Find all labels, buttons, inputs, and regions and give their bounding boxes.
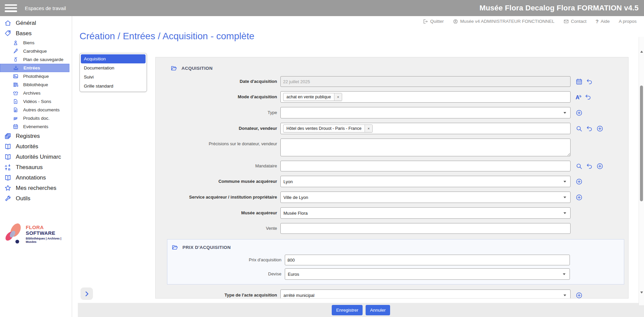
sidebar-item-evenements[interactable]: Evènements	[0, 122, 69, 131]
question-icon: ?	[596, 18, 599, 24]
calendar-picker-icon[interactable]	[576, 78, 583, 85]
workspace-label[interactable]: Espaces de travail	[25, 5, 66, 11]
quit-link[interactable]: Quitter	[423, 19, 444, 24]
current-user-link[interactable]: Musée v4 ADMINISTRATEUR FONCTIONNEL	[453, 19, 554, 24]
undo-icon[interactable]	[586, 78, 593, 85]
add-circle-icon[interactable]	[576, 109, 583, 116]
authority-index-icon[interactable]: Ab	[576, 94, 581, 100]
section-title: PRIX D'ACQUISITION	[182, 245, 231, 250]
help-link[interactable]: ? Aide	[596, 18, 610, 24]
chevron-down-icon	[564, 295, 566, 296]
sidebar-item-videos-sons[interactable]: Vidéos - Sons	[0, 97, 69, 106]
field-row-commune: Commune musée acquéreur Lyon	[156, 176, 628, 187]
search-icon[interactable]	[576, 125, 583, 132]
prix-section-header[interactable]: PRIX D'ACQUISITION	[167, 243, 624, 251]
sidebar-item-annotations[interactable]: Annotations	[0, 172, 72, 183]
sidebar-item-autorites[interactable]: Autorités	[0, 141, 72, 152]
field-label: Type de l'acte acquisition	[156, 293, 280, 298]
folder-icon	[172, 244, 178, 251]
devise-select[interactable]: Euros	[285, 268, 570, 280]
field-label: Date d'acquisition	[156, 79, 280, 84]
search-icon[interactable]	[576, 163, 583, 170]
field-row-vente: Vente	[156, 223, 628, 234]
commune-select[interactable]: Lyon	[280, 176, 571, 187]
sidebar-item-phototheque[interactable]: Photothèque	[0, 72, 69, 81]
add-circle-icon[interactable]	[596, 125, 603, 132]
field-label: Commune musée acquéreur	[156, 179, 280, 184]
field-row-musee-acquereur: Musée acquéreur Musée Flora	[156, 207, 628, 219]
precisions-textarea[interactable]	[280, 139, 571, 156]
tag-icon	[4, 30, 11, 37]
sidebar-item-bibliotheque[interactable]: Bibliothèque	[0, 81, 69, 89]
field-label: Musée acquéreur	[156, 210, 280, 216]
chevron-down-icon	[564, 112, 566, 114]
scroll-up-arrow[interactable]	[639, 49, 644, 54]
type-select[interactable]	[280, 107, 571, 118]
add-circle-icon[interactable]	[596, 163, 603, 170]
sidebar-item-plan-de-sauvegarde[interactable]: Plan de sauvegarde	[0, 55, 69, 64]
tab-suivi[interactable]: Suivi	[81, 72, 146, 82]
prix-input[interactable]: 800	[285, 255, 570, 265]
tab-grille-standard[interactable]: Grille standard	[81, 82, 146, 91]
undo-icon[interactable]	[586, 125, 593, 132]
open-book-icon	[4, 174, 11, 181]
sidebar-item-outils[interactable]: Outils	[0, 193, 72, 204]
type-acte-select[interactable]: arrêté municipal	[280, 289, 571, 299]
mandataire-input[interactable]	[280, 161, 571, 171]
sidebar-item-archives[interactable]: Archives	[0, 89, 69, 97]
vertical-scrollbar[interactable]	[639, 37, 644, 305]
logo-brand-flora: FLORA	[26, 224, 44, 230]
tab-acquisition[interactable]: Acquisition	[81, 54, 146, 63]
acquisition-form-panel: ACQUISITION Date d'acquisition 22 juille…	[155, 57, 629, 299]
add-circle-icon[interactable]	[576, 194, 583, 201]
sidebar-item-entrees[interactable]: Entrées	[0, 64, 69, 72]
form-action-bar: Enregistrer Annuler	[78, 303, 644, 317]
add-circle-icon[interactable]	[576, 178, 583, 185]
sidebar-item-carotheque[interactable]: Carothèque	[0, 47, 69, 55]
open-book-icon	[4, 143, 11, 150]
date-acquisition-input[interactable]: 22 juillet 2025	[280, 76, 571, 87]
header-links: Quitter Musée v4 ADMINISTRATEUR FONCTION…	[423, 18, 637, 24]
document-icon	[13, 107, 18, 113]
mode-acquisition-input[interactable]: achat en vente publique ×	[280, 91, 571, 103]
contact-link[interactable]: Contact	[564, 19, 587, 24]
vente-input[interactable]	[280, 223, 571, 234]
flora-application-window: Espaces de travail Musée Flora Decalog F…	[0, 0, 644, 317]
field-label: Précisions sur le donateur, vendeur	[156, 139, 280, 147]
cancel-button[interactable]: Annuler	[366, 305, 390, 315]
undo-icon[interactable]	[586, 163, 593, 170]
save-button[interactable]: Enregistrer	[332, 305, 363, 315]
bust-icon	[13, 40, 18, 46]
add-circle-icon[interactable]	[576, 292, 583, 299]
musee-acquereur-select[interactable]: Musée Flora	[280, 207, 571, 219]
hamburger-menu-icon[interactable]	[5, 4, 17, 12]
caret-up-icon	[640, 51, 643, 53]
sidebar-item-general[interactable]: Général	[0, 18, 72, 28]
acquisition-section-header[interactable]: ACQUISITION	[156, 64, 628, 72]
remove-chip-button[interactable]: ×	[365, 125, 372, 132]
sidebar-item-registres[interactable]: Registres	[0, 131, 72, 141]
home-icon	[4, 19, 11, 27]
undo-icon[interactable]	[585, 94, 592, 101]
sidebar-item-produits-doc[interactable]: Produits doc.	[0, 114, 69, 122]
sidebar-item-autorites-unimarc[interactable]: Autorités Unimarc	[0, 152, 72, 162]
photo-icon	[13, 73, 18, 79]
sidebar-item-mes-recherches[interactable]: Mes recherches	[0, 183, 72, 193]
field-row-donateur-vendeur: Donateur, vendeur Hôtel des ventes Drouo…	[156, 123, 628, 134]
collapse-tabs-button[interactable]	[80, 287, 93, 300]
scroll-down-arrow[interactable]	[639, 290, 644, 295]
sidebar-item-autres-documents[interactable]: Autres documents	[0, 106, 69, 114]
about-link[interactable]: A propos	[619, 19, 637, 24]
sidebar-item-thesaurus[interactable]: Thesaurus	[0, 162, 72, 172]
donateur-vendeur-input[interactable]: Hôtel des ventes Drouot - Paris - France…	[280, 123, 571, 134]
sidebar-item-bases[interactable]: Bases	[0, 28, 72, 39]
sidebar-item-biens[interactable]: Biens	[0, 39, 69, 47]
service-acquereur-select[interactable]: Ville de Lyon	[280, 192, 571, 203]
prix-acquisition-section: PRIX D'ACQUISITION Prix d'acquisition 80…	[167, 239, 624, 284]
tab-documentation[interactable]: Documentation	[81, 63, 146, 72]
remove-chip-button[interactable]: ×	[334, 93, 342, 101]
field-label: Vente	[156, 226, 280, 231]
scrollbar-thumb[interactable]	[640, 86, 643, 201]
application-title: Musée Flora Decalog Flora FORMATION v4.5	[479, 4, 639, 12]
download-tray-icon	[13, 65, 19, 71]
